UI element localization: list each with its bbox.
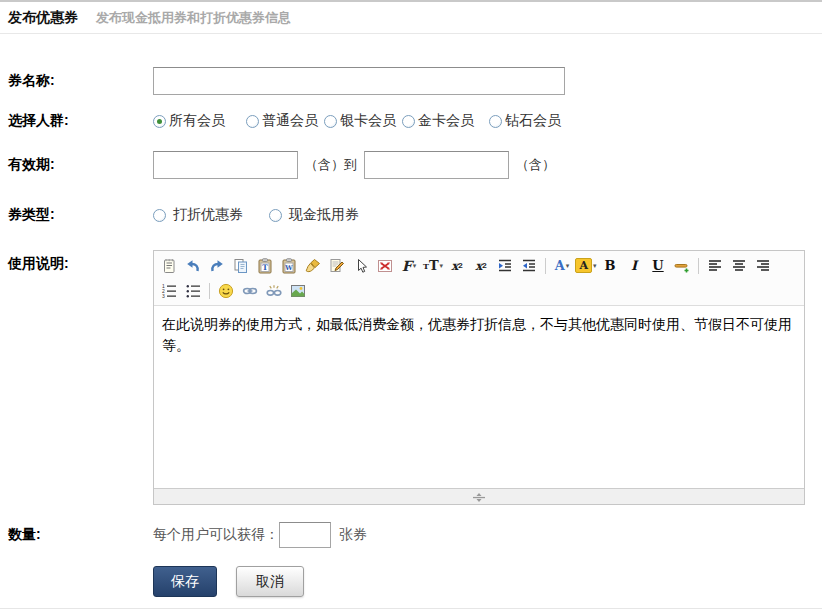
align-right-icon[interactable] [752,255,774,277]
quantity-row: 数量: 每个用户可以获得： 张券 [0,522,822,548]
audience-radio-gold[interactable] [402,115,415,128]
ordered-list-icon[interactable]: 123 [158,280,180,302]
emoticon-icon[interactable] [215,280,237,302]
page-subtitle: 发布现金抵用券和打折优惠券信息 [96,9,291,27]
align-left-icon[interactable] [704,255,726,277]
subscript-icon[interactable]: x2 [446,255,468,277]
editor-resize-handle-icon[interactable] [471,488,487,506]
audience-option-label: 金卡会员 [418,112,474,130]
image-icon[interactable] [287,280,309,302]
paste-text-icon[interactable]: T [254,255,276,277]
audience-option-label: 普通会员 [262,112,318,130]
quantity-prefix-text: 每个用户可以获得： [153,526,279,544]
audience-option-all[interactable]: 所有会员 [153,112,225,130]
page-bottom-divider [0,608,822,609]
validity-label: 有效期: [0,156,153,174]
coupon-name-input[interactable] [153,67,565,95]
type-option-label: 打折优惠券 [173,206,243,224]
highlight-color-icon[interactable]: A▾ [575,255,597,277]
font-size-icon[interactable]: TT▾ [422,255,444,277]
audience-option-regular[interactable]: 普通会员 [246,112,318,130]
editor-content-area[interactable]: 在此说明券的使用方式，如最低消费金额，优惠券打折信息，不与其他优惠同时使用、节假… [154,306,804,488]
audience-option-silver[interactable]: 银卡会员 [324,112,396,130]
fullscreen-icon[interactable] [374,255,396,277]
type-option-label: 现金抵用券 [289,206,359,224]
audience-radio-all[interactable] [153,115,166,128]
svg-text:W: W [284,263,293,271]
page-header: 发布优惠券 发布现金抵用券和打折优惠券信息 [0,2,822,34]
quantity-input[interactable] [279,522,331,548]
svg-text:3: 3 [162,293,165,299]
audience-option-gold[interactable]: 金卡会员 [402,112,474,130]
horizontal-rule-icon[interactable] [671,255,693,277]
paste-word-icon[interactable]: W [278,255,300,277]
audience-radio-regular[interactable] [246,115,259,128]
rich-text-editor: TWF▾TT▾x2x2A▾A▾BIU 123 在此说明券的使用方式，如最低消费金… [153,250,805,505]
validity-end-input[interactable] [364,151,509,179]
link-icon[interactable] [239,280,261,302]
type-option-cash[interactable]: 现金抵用券 [269,206,359,224]
audience-option-label: 所有会员 [169,112,225,130]
source-icon[interactable] [158,255,180,277]
editor-toolbar: TWF▾TT▾x2x2A▾A▾BIU 123 [154,251,804,306]
type-option-discount[interactable]: 打折优惠券 [153,206,243,224]
cancel-button[interactable]: 取消 [236,566,304,597]
instructions-label: 使用说明: [0,250,153,273]
validity-middle-text: （含）到 [305,156,357,174]
svg-text:T: T [262,262,268,271]
toolbar-divider [698,258,699,274]
audience-option-label: 钻石会员 [505,112,561,130]
editor-statusbar [154,488,804,504]
audience-radio-diamond[interactable] [489,115,502,128]
quantity-suffix-text: 张券 [339,526,367,544]
align-center-icon[interactable] [728,255,750,277]
audience-option-diamond[interactable]: 钻石会员 [489,112,561,130]
underline-icon[interactable]: U [647,255,669,277]
coupon-name-label: 券名称: [0,72,153,90]
quantity-label: 数量: [0,526,153,544]
type-radio-cash[interactable] [269,209,282,222]
unlink-icon[interactable] [263,280,285,302]
coupon-type-row: 券类型: 打折优惠券 现金抵用券 [0,206,822,224]
validity-row: 有效期: （含）到 （含） [0,151,822,179]
page-title: 发布优惠券 [8,9,78,27]
outdent-icon[interactable] [518,255,540,277]
autoformat-icon[interactable] [326,255,348,277]
audience-radio-silver[interactable] [324,115,337,128]
font-family-icon[interactable]: F▾ [398,255,420,277]
toolbar-divider [545,258,546,274]
coupon-type-label: 券类型: [0,206,153,224]
undo-icon[interactable] [182,255,204,277]
bold-icon[interactable]: B [599,255,621,277]
copy-icon[interactable] [230,255,252,277]
editor-toolbar-row-2: 123 [157,278,801,303]
cursor-icon[interactable] [350,255,372,277]
save-button[interactable]: 保存 [153,566,217,597]
redo-icon[interactable] [206,255,228,277]
font-color-icon[interactable]: A▾ [551,255,573,277]
type-radio-discount[interactable] [153,209,166,222]
toolbar-divider [209,283,210,299]
superscript-icon[interactable]: x2 [470,255,492,277]
unordered-list-icon[interactable] [182,280,204,302]
audience-row: 选择人群: 所有会员 普通会员 银卡会员 金卡会员 钻石会员 [0,112,822,130]
audience-label: 选择人群: [0,112,153,130]
coupon-name-row: 券名称: [0,67,822,95]
instructions-row: 使用说明: TWF▾TT▾x2x2A▾A▾BIU 123 在此说明券的使用方式，… [0,250,822,505]
editor-toolbar-row-1: TWF▾TT▾x2x2A▾A▾BIU [157,253,801,278]
validity-start-input[interactable] [153,151,298,179]
italic-icon[interactable]: I [623,255,645,277]
format-brush-icon[interactable] [302,255,324,277]
actions-row: 保存 取消 [0,566,822,597]
audience-option-label: 银卡会员 [340,112,396,130]
validity-suffix-text: （含） [516,156,555,174]
indent-icon[interactable] [494,255,516,277]
